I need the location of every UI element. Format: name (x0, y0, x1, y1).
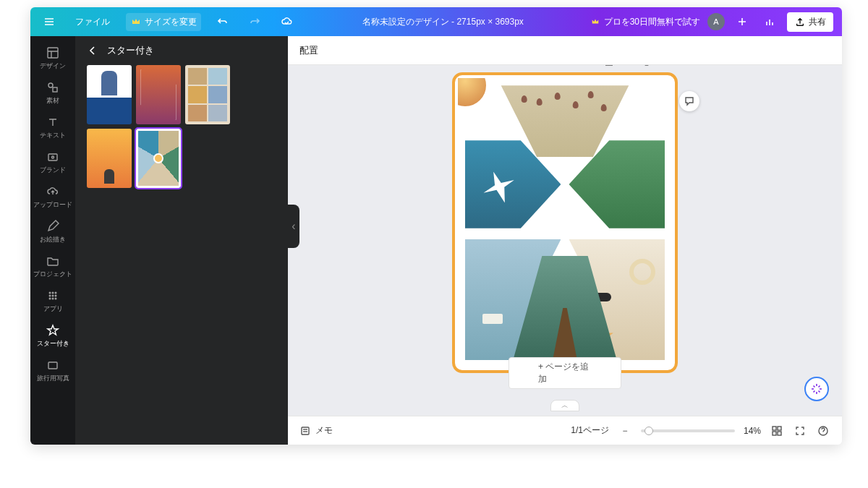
svg-rect-28 (302, 427, 309, 435)
nav-elements[interactable]: 素材 (30, 75, 75, 110)
top-bar: ファイル サイズを変更 名称未設定のデザイン - 2715px × 3693px… (30, 7, 842, 36)
cloud-status[interactable] (276, 13, 297, 30)
page-indicator[interactable]: 1/1ページ (571, 424, 609, 437)
nav-text[interactable]: テキスト (30, 110, 75, 145)
nav-starred[interactable]: スター付き (30, 318, 75, 353)
nav-label: 素材 (46, 96, 59, 106)
avatar[interactable]: A (707, 13, 725, 30)
grid-icon (46, 288, 60, 303)
text-icon (46, 115, 60, 129)
nav-label: アプリ (43, 304, 63, 314)
hamburger-menu[interactable] (39, 13, 59, 30)
template-icon (46, 46, 60, 60)
nav-projects[interactable]: プロジェクト (30, 249, 75, 283)
nav-travel[interactable]: 旅行用写真 (30, 353, 75, 388)
panel-collapse-handle[interactable]: ‹ (288, 205, 299, 248)
add-page-label: + ページを追加 (538, 361, 589, 384)
nav-label: デザイン (40, 61, 66, 71)
redo-button[interactable] (244, 13, 265, 30)
svg-rect-12 (53, 87, 57, 92)
svg-point-24 (52, 297, 54, 299)
svg-point-17 (49, 291, 51, 294)
pro-label: プロを30日間無料で試す (604, 16, 700, 28)
share-label: 共有 (809, 16, 826, 28)
notes-button[interactable]: メモ (299, 424, 333, 437)
svg-rect-33 (773, 432, 776, 435)
svg-point-25 (55, 297, 57, 299)
svg-point-11 (48, 83, 53, 87)
template-thumb[interactable] (136, 65, 181, 124)
collage-cell-center[interactable] (458, 78, 488, 108)
zoom-value[interactable]: 14% (744, 426, 761, 436)
page-canvas[interactable] (458, 78, 672, 367)
analytics-button[interactable] (760, 13, 780, 30)
svg-point-21 (52, 294, 54, 296)
comment-button[interactable] (679, 91, 699, 111)
template-thumb-selected[interactable] (136, 129, 181, 188)
folder-icon (46, 254, 60, 268)
magic-button[interactable] (804, 377, 829, 401)
notes-icon (299, 425, 311, 437)
zoom-out-button[interactable]: − (618, 424, 632, 438)
zoom-slider[interactable] (641, 429, 735, 432)
page-duplicate-icon[interactable] (621, 65, 634, 68)
document-title[interactable]: 名称未設定のデザイン - 2715px × 3693px (362, 16, 524, 28)
panel-title: スター付き (107, 44, 154, 57)
nav-upload[interactable]: アップロード (30, 179, 75, 214)
svg-rect-26 (48, 362, 57, 369)
redo-icon (249, 16, 260, 27)
nav-label: テキスト (40, 131, 66, 140)
nav-apps[interactable]: アプリ (30, 283, 75, 318)
svg-rect-32 (778, 427, 781, 430)
zoom-knob[interactable] (644, 427, 653, 435)
undo-button[interactable] (213, 13, 233, 30)
help-button[interactable] (816, 424, 830, 438)
pencil-icon (46, 219, 60, 234)
page-delete-icon[interactable] (640, 65, 653, 68)
folder-image-icon (46, 358, 60, 372)
file-label: ファイル (75, 16, 110, 28)
back-button[interactable] (85, 43, 100, 58)
nav-brand[interactable]: ブランド (30, 145, 75, 179)
chart-icon (764, 16, 775, 27)
template-thumb[interactable] (87, 129, 132, 188)
add-button[interactable] (732, 13, 752, 30)
pro-trial-button[interactable]: プロを30日間無料で試す (590, 16, 700, 28)
svg-rect-15 (48, 154, 57, 160)
page-tray-toggle[interactable]: ︿ (550, 400, 579, 411)
nav-draw[interactable]: お絵描き (30, 214, 75, 249)
avatar-initial: A (713, 17, 718, 26)
svg-point-16 (52, 156, 54, 158)
upload-icon (794, 16, 806, 27)
undo-icon (217, 16, 229, 27)
options-bar: 配置 (288, 36, 842, 65)
template-thumb[interactable] (87, 65, 132, 124)
side-nav: デザイン 素材 テキスト ブランド アップロード お絵描き プロジェクト アプリ… (30, 36, 75, 445)
shapes-icon (46, 80, 60, 95)
svg-point-22 (55, 294, 57, 296)
file-menu[interactable]: ファイル (71, 13, 114, 31)
nav-label: プロジェクト (33, 270, 72, 279)
cloud-icon (281, 16, 292, 27)
editor-area: 配置 ⋯ (288, 36, 842, 445)
svg-rect-34 (778, 432, 781, 435)
position-button[interactable]: 配置 (299, 44, 318, 57)
add-page-button[interactable]: + ページを追加 (509, 357, 621, 389)
svg-point-19 (55, 291, 57, 294)
grid-view-button[interactable] (770, 424, 784, 438)
selection-frame (452, 72, 678, 373)
canvas[interactable]: ⋯ (288, 65, 842, 416)
brand-icon (46, 150, 60, 164)
fullscreen-button[interactable] (793, 424, 807, 438)
nav-label: アップロード (33, 200, 72, 210)
svg-rect-31 (773, 427, 776, 430)
resize-button[interactable]: サイズを変更 (126, 13, 201, 31)
nav-label: 旅行用写真 (37, 374, 69, 383)
template-thumb[interactable] (185, 65, 230, 124)
page-upload-icon[interactable] (603, 65, 616, 68)
share-button[interactable]: 共有 (787, 12, 833, 32)
page-more-icon[interactable]: ⋯ (659, 65, 672, 68)
crown-icon (590, 16, 601, 27)
nav-design[interactable]: デザイン (30, 40, 75, 75)
svg-point-23 (49, 297, 51, 299)
